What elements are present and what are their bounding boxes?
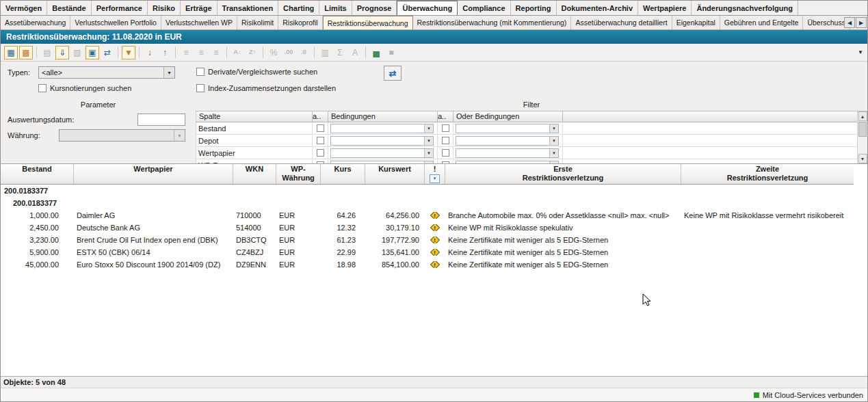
scroll-up-icon[interactable]: ▲	[858, 111, 867, 121]
toolbar-divider	[175, 46, 176, 58]
menu-item-dokumenten-archiv[interactable]: Dokumenten-Archiv	[557, 1, 639, 15]
und-checkbox[interactable]	[317, 124, 324, 132]
calendar-icon[interactable]: ▣	[86, 46, 99, 59]
subtab-assetueberwachung-detailliert[interactable]: Assetüberwachung detailliert	[571, 16, 672, 29]
oder-bedingungen-combo[interactable]: ▼	[456, 136, 559, 146]
subtab-eigenkapital[interactable]: Eigenkapital	[672, 16, 720, 29]
index-zusammensetzungen-checkbox[interactable]	[196, 84, 205, 92]
sort-asc-icon[interactable]: ↑	[158, 46, 172, 59]
export-down-icon[interactable]: ⇓	[55, 46, 69, 59]
und-checkbox[interactable]	[442, 124, 449, 132]
menu-item-risiko[interactable]: Risiko	[148, 1, 181, 15]
sort-za-icon[interactable]: Z↑	[246, 46, 259, 59]
bedingungen-combo[interactable]: ▼	[330, 124, 434, 133]
menu-item-ertraege[interactable]: Erträge	[181, 1, 218, 15]
warning-icon: !	[430, 212, 440, 219]
menu-item-wertpapiere[interactable]: Wertpapiere	[638, 1, 692, 15]
subtab-gebuehren-und-entgelte[interactable]: Gebühren und Entgelte	[720, 16, 804, 29]
group-row[interactable]: 200.0183377	[1, 197, 854, 209]
subtab-verlustschwellen-portfolio[interactable]: Verlustschwellen Portfolio	[70, 16, 161, 29]
bottom-bar: Mit Cloud-Services verbunden	[1, 388, 867, 401]
col-header-warnung[interactable]: ! ▼	[425, 164, 445, 184]
typen-select[interactable]: <alle> ▼	[38, 66, 175, 79]
align-left-icon[interactable]: ≡	[179, 46, 193, 59]
menu-item-compliance[interactable]: Compliance	[458, 1, 510, 15]
col-header-wertpapier[interactable]: Wertpapier	[74, 164, 233, 184]
col-header-kurs[interactable]: Kurs	[321, 164, 365, 184]
auswertungsdatum-input[interactable]	[137, 113, 185, 126]
warning-icon: !	[430, 224, 440, 231]
bedingungen-combo[interactable]: ▼	[330, 148, 434, 158]
percent-icon[interactable]: %	[267, 46, 280, 59]
oder-bedingungen-combo[interactable]: ▼	[456, 148, 559, 158]
align-center-icon[interactable]: ≡	[194, 46, 208, 59]
col-header-zweite-restriktionsverletzung[interactable]: Zweite Restriktionsverletzung	[681, 164, 854, 184]
col-header-wkn[interactable]: WKN	[233, 164, 276, 184]
subtab-verlustschwellen-wp[interactable]: Verlustschwellen WP	[161, 16, 237, 29]
filter-icon[interactable]: ▼	[122, 46, 135, 59]
align-right-icon[interactable]: ≡	[209, 46, 223, 59]
table-row[interactable]: 1,000.00 Daimler AG 710000 EUR 64.26 64,…	[1, 209, 854, 222]
remove-decimal-icon[interactable]: .0	[297, 46, 311, 59]
menu-item-bestaende[interactable]: Bestände	[47, 1, 92, 15]
subtab-risikolimit[interactable]: Risikolimit	[237, 16, 278, 29]
col-header-erste-restriktionsverletzung[interactable]: Erste Restriktionsverletzung	[445, 164, 681, 184]
stop-icon[interactable]: ■	[384, 46, 398, 59]
chart-filter-icon[interactable]: ▩	[19, 46, 33, 59]
und-checkbox[interactable]	[442, 149, 449, 157]
filter-row-bestand: Bestand ▼ ▼	[196, 122, 857, 135]
scrollbar-thumb[interactable]	[858, 122, 867, 137]
col-header-bestand[interactable]: Bestand	[1, 164, 74, 184]
derivate-option: Derivate/Vergleichswerte suchen	[196, 68, 317, 76]
scroll-down-icon[interactable]: ▼	[858, 154, 867, 163]
table-row[interactable]: 45,000.00 Euro Stoxx 50 Discount 1900 20…	[1, 258, 854, 271]
oder-bedingungen-combo[interactable]: ▼	[456, 124, 559, 133]
menu-item-limits[interactable]: Limits	[319, 1, 352, 15]
scroll-left-icon[interactable]: ◀	[844, 17, 855, 28]
subtab-ueberschuss[interactable]: Überschuss	[803, 16, 850, 29]
chart-icon[interactable]: ▅	[369, 46, 383, 59]
menu-item-charting[interactable]: Charting	[278, 1, 319, 15]
sort-az-icon[interactable]: A↓	[231, 46, 244, 59]
bedingungen-combo[interactable]: ▼	[330, 136, 434, 146]
subtab-restriktionsueberwachung[interactable]: Restriktionsüberwachung	[323, 16, 413, 29]
table-row[interactable]: 2,450.00 Deutsche Bank AG 514000 EUR 12.…	[1, 222, 854, 234]
group-row[interactable]: 200.0183377	[1, 185, 854, 197]
subtab-risikoprofil[interactable]: Risikoprofil	[278, 16, 322, 29]
menu-item-reporting[interactable]: Reporting	[511, 1, 557, 15]
waehrung-select[interactable]: ▼	[59, 129, 185, 142]
menu-item-transaktionen[interactable]: Transaktionen	[218, 1, 279, 15]
search-refresh-button[interactable]: ⇄	[384, 66, 402, 81]
toolbar-overflow-button[interactable]: ▼	[858, 49, 863, 55]
menu-item-vermoegen[interactable]: Vermögen	[1, 1, 47, 15]
refresh-icon[interactable]: ⇄	[101, 46, 114, 59]
menu-item-ueberwachung[interactable]: Überwachung	[397, 1, 458, 15]
sort-desc-icon[interactable]: ↓	[143, 46, 157, 59]
col-header-kurswert[interactable]: Kurswert	[365, 164, 425, 184]
freeze-columns-icon[interactable]: ▥	[318, 46, 332, 59]
col-header-wp-waehrung[interactable]: WP- Währung	[276, 164, 321, 184]
scroll-right-icon[interactable]: ▶	[856, 17, 867, 28]
table-row[interactable]: 5,900.00 ESTX 50 (CBK) 06/14 CZ4BZJ EUR …	[1, 246, 854, 258]
subtab-restriktionsueberwachung-kommentierung[interactable]: Restriktionsüberwachung (mit Kommentieru…	[413, 16, 572, 29]
menu-item-prognose[interactable]: Prognose	[352, 1, 397, 15]
column-filter-button[interactable]: ▼	[430, 174, 440, 183]
add-decimal-icon[interactable]: .00	[282, 46, 295, 59]
font-icon[interactable]: A	[348, 46, 362, 59]
subtab-assetueberwachung[interactable]: Assetüberwachung	[1, 16, 70, 29]
derivate-checkbox[interactable]	[196, 68, 205, 76]
chevron-down-icon: ▼	[424, 137, 433, 145]
und-checkbox[interactable]	[442, 137, 449, 144]
kursnotierungen-checkbox[interactable]	[38, 84, 47, 92]
menu-item-aenderungsnachverfolgung[interactable]: Änderungsnachverfolgung	[692, 1, 798, 15]
copy-icon[interactable]: ▤	[40, 46, 54, 59]
col-header-a1: a..	[313, 111, 328, 122]
chevron-down-icon[interactable]: ▼	[163, 67, 174, 78]
export-table-icon[interactable]: ▦	[4, 46, 18, 59]
table-row[interactable]: 3,230.00 Brent Crude Oil Fut Index open …	[1, 234, 854, 246]
sum-icon[interactable]: Σ	[333, 46, 347, 59]
und-checkbox[interactable]	[317, 149, 324, 157]
menu-item-performance[interactable]: Performance	[92, 1, 148, 15]
und-checkbox[interactable]	[317, 137, 324, 144]
clipboard-icon[interactable]: ▧	[70, 46, 84, 59]
